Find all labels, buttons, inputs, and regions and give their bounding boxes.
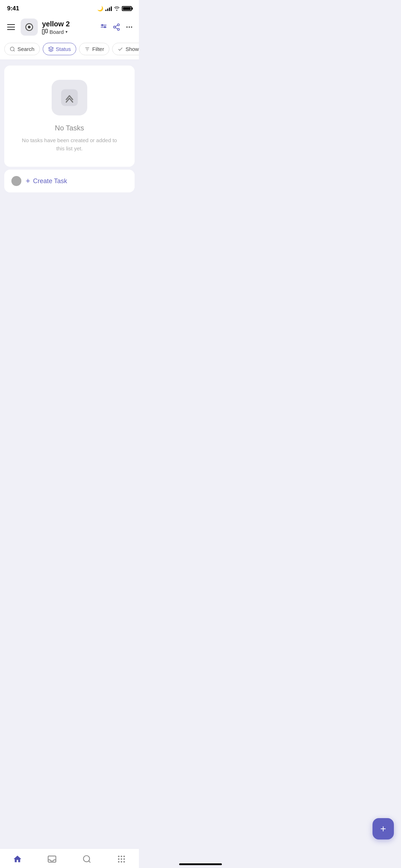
project-avatar [21, 19, 38, 36]
search-label: Search [17, 46, 35, 52]
menu-button[interactable] [6, 23, 16, 31]
project-name: yellow 2 [42, 20, 95, 28]
moon-icon: 🌙 [97, 6, 103, 11]
wifi-icon [114, 6, 120, 11]
svg-line-9 [115, 27, 118, 29]
status-label: Status [56, 46, 71, 52]
share-button[interactable] [113, 23, 120, 31]
status-filter-button[interactable]: Status [43, 43, 77, 55]
svg-line-15 [14, 50, 15, 51]
svg-rect-0 [42, 29, 45, 34]
svg-marker-16 [48, 47, 53, 49]
board-icon [42, 29, 48, 35]
svg-point-5 [104, 26, 106, 28]
battery-icon [122, 6, 132, 11]
svg-rect-20 [61, 89, 78, 106]
empty-subtitle: No tasks have been created or added to t… [20, 136, 119, 153]
check-icon [118, 46, 123, 52]
view-label: Board [50, 29, 64, 35]
filter-icon [84, 46, 90, 52]
project-title-group: yellow 2 Board ▾ [42, 20, 95, 35]
plus-icon: + [26, 176, 30, 186]
signal-icon [105, 6, 112, 11]
project-view-selector[interactable]: Board ▾ [42, 29, 95, 35]
search-button[interactable]: Search [4, 43, 40, 55]
chevron-down-icon: ▾ [66, 30, 68, 34]
svg-point-14 [10, 47, 14, 51]
status-icons: 🌙 [97, 6, 132, 11]
more-options-button[interactable] [125, 23, 133, 31]
create-task-button[interactable]: + Create Task [26, 176, 67, 186]
task-status-dot [11, 176, 21, 186]
svg-point-12 [129, 26, 130, 28]
create-task-row[interactable]: + Create Task [4, 170, 135, 192]
status-bar: 9:41 🌙 [0, 0, 139, 15]
header-actions [100, 23, 133, 31]
header: yellow 2 Board ▾ [0, 15, 139, 40]
main-content: No Tasks No tasks have been created or a… [0, 60, 139, 238]
filter-label: Filter [92, 46, 104, 52]
svg-rect-1 [46, 29, 48, 33]
filter-button[interactable]: Filter [79, 43, 109, 55]
show-closed-label: Show cl... [125, 46, 139, 52]
filter-sliders-button[interactable] [100, 23, 108, 31]
empty-state-card: No Tasks No tasks have been created or a… [4, 66, 135, 167]
empty-state-icon [52, 80, 87, 115]
search-icon [10, 46, 15, 52]
svg-point-11 [126, 26, 128, 28]
svg-point-13 [131, 26, 132, 28]
svg-point-4 [102, 25, 103, 26]
create-task-label: Create Task [33, 177, 67, 185]
layers-icon [48, 46, 54, 52]
clickup-logo-icon [60, 88, 79, 107]
empty-title: No Tasks [55, 124, 84, 132]
status-time: 9:41 [7, 5, 19, 12]
svg-line-10 [115, 25, 118, 27]
filter-bar: Search Status Filter Show cl... [0, 40, 139, 60]
show-closed-button[interactable]: Show cl... [112, 43, 139, 55]
